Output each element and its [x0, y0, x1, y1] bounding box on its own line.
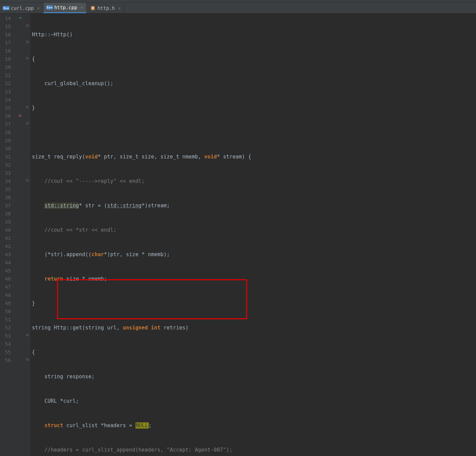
h-icon: H [90, 5, 95, 11]
code-text: { [32, 56, 35, 62]
cpp-icon: C++ [3, 5, 9, 11]
code-text: void [204, 154, 217, 160]
code-text: { [32, 349, 35, 355]
breadcrumb [0, 0, 476, 3]
editor: 1415161718192021222324252627282930313233… [0, 14, 476, 456]
code-text: Http::~Http() [32, 32, 73, 38]
code-text: size_t [32, 154, 54, 160]
code-area[interactable]: Http::~Http() { curl_global_cleanup(); }… [31, 14, 476, 456]
code-text: std::string [107, 203, 142, 209]
tab-label: http.h [97, 5, 115, 11]
code-text: //cout << *str << endl; [44, 227, 116, 233]
code-text: (string url, [82, 325, 123, 331]
change-marker-gutter: → ⇆ [16, 14, 24, 456]
code-text: req_reply [54, 154, 82, 160]
code-text: unsigned int [123, 325, 161, 331]
code-text: curl_slist *headers = [63, 422, 135, 429]
code-text: struct [44, 422, 63, 429]
code-text: void [85, 154, 98, 160]
tab-http-cpp[interactable]: C++ http.cpp ✕ [43, 3, 87, 13]
code-text: CURL *curl; [44, 398, 79, 404]
code-text: return [44, 276, 63, 282]
fold-gutter: ⊟ ⊟ ⊟ ⊟ ⊟ ⊟ ⊟ ⊟ [24, 14, 31, 456]
code-text: string Http:: [32, 325, 73, 331]
code-text: append [67, 251, 85, 258]
tab-http-h[interactable]: H http.h ✕ [87, 3, 124, 13]
cpp-icon: C++ [47, 5, 52, 10]
code-text: get [73, 325, 82, 331]
code-text: (*str). [44, 251, 67, 258]
close-icon[interactable]: ✕ [37, 6, 39, 11]
tab-curl-cpp[interactable]: C++ curl.cpp ✕ [0, 3, 43, 13]
editor-tabs: C++ curl.cpp ✕ C++ http.cpp ✕ H http.h ✕ [0, 3, 476, 14]
code-text: ; [149, 422, 152, 429]
code-text: //cout << "----->reply" << endl; [44, 178, 145, 184]
code-text: char [91, 251, 104, 258]
code-text: } [32, 300, 35, 306]
tab-label: http.cpp [54, 5, 77, 10]
code-text: NULL [135, 422, 149, 429]
tab-label: curl.cpp [11, 5, 34, 11]
code-text: *)stream; [142, 203, 170, 209]
code-text: * stream) { [217, 154, 252, 160]
code-text: string response; [44, 374, 95, 380]
code-text: * ptr, size_t size, size_t nmemb, [98, 154, 204, 160]
code-text: retries) [160, 325, 188, 331]
code-text: curl_global_cleanup [44, 80, 104, 87]
code-text: size * nmemb; [63, 276, 107, 282]
code-text: std::string [44, 203, 79, 209]
code-text: (( [85, 251, 91, 258]
code-text: } [32, 105, 35, 111]
close-icon[interactable]: ✕ [118, 6, 121, 11]
line-number-gutter: 1415161718192021222324252627282930313233… [0, 14, 16, 456]
close-icon[interactable]: ✕ [80, 5, 83, 10]
code-text: * str = ( [79, 203, 107, 209]
code-text: //headers = curl_slist_append(headers, "… [44, 447, 233, 453]
code-text: (); [104, 80, 113, 87]
code-text: ( [82, 154, 85, 160]
code-text: *)ptr, size * nmemb); [104, 251, 170, 258]
